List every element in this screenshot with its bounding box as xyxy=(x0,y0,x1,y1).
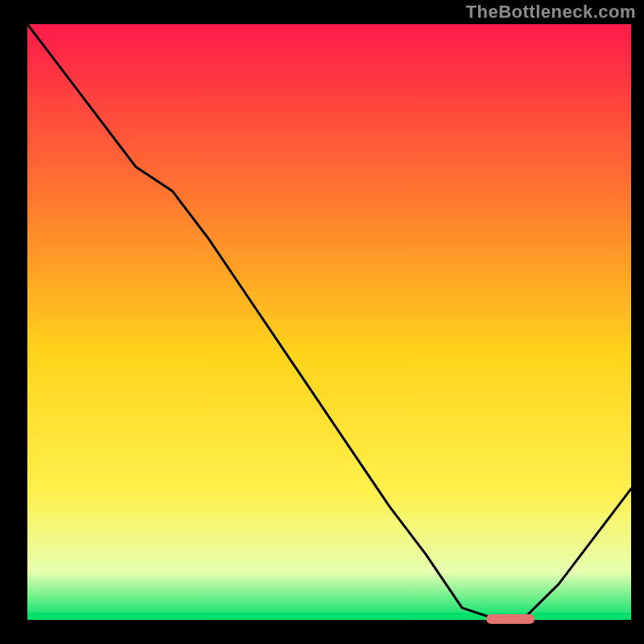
bottleneck-chart xyxy=(0,0,644,644)
gradient-background xyxy=(27,24,631,620)
chart-frame: { "watermark": "TheBottleneck.com", "col… xyxy=(0,0,644,644)
optimal-range-marker xyxy=(486,614,535,624)
green-baseline xyxy=(27,613,631,620)
